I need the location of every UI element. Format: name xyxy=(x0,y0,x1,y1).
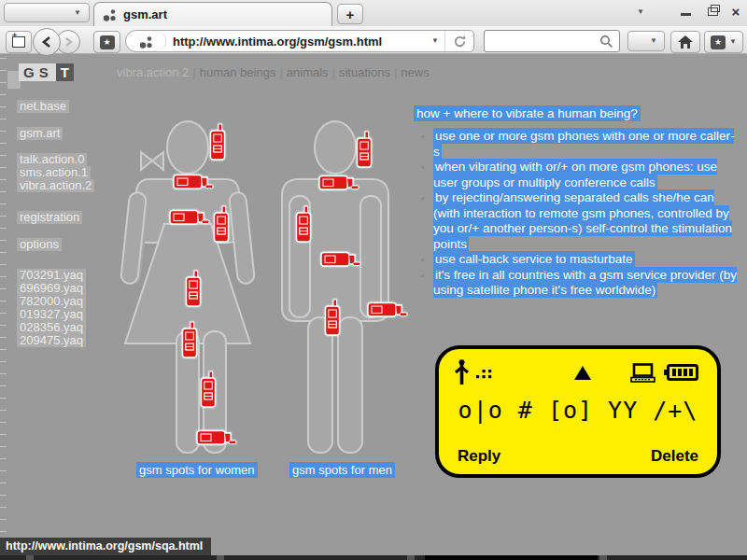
man-head xyxy=(315,121,356,174)
gsm-phone-marker[interactable] xyxy=(368,303,407,317)
gsm-phone-marker[interactable] xyxy=(174,175,213,189)
address-bar[interactable]: http://www.intima.org/gsm/gsm.html ▼ xyxy=(125,30,474,52)
woman-arm-left xyxy=(120,191,147,284)
site-favicon xyxy=(102,7,118,22)
chevron-down-icon: ▼ xyxy=(650,37,657,45)
battery-icon xyxy=(664,364,698,381)
computer-icon xyxy=(630,363,655,383)
gst-logo-left: GS xyxy=(19,63,56,81)
chevron-down-icon: ▼ xyxy=(729,38,737,46)
sidebar-item-talk-action-0[interactable]: talk.action.0 xyxy=(17,153,87,166)
phone-softkeys: Reply Delete xyxy=(458,447,698,466)
window-bottom-edge xyxy=(0,555,747,560)
nav-separator: | xyxy=(332,65,335,79)
star-icon: ★ xyxy=(100,35,115,49)
status-bar-link: http://www.intima.org/gsm/sqa.html xyxy=(0,538,211,555)
search-engine-dropdown[interactable]: ▼ xyxy=(627,31,665,51)
triangle-indicator-icon xyxy=(574,366,591,380)
tab-title: gsm.art xyxy=(123,7,167,21)
bookmark-button[interactable]: ★ xyxy=(93,31,120,53)
new-page-button[interactable] xyxy=(6,31,32,53)
delete-button[interactable]: Delete xyxy=(651,447,698,466)
sidebar-item-vibra-action-2[interactable]: vibra.action.2 xyxy=(17,179,94,192)
chevron-down-icon: ▼ xyxy=(74,9,81,17)
nav-separator: | xyxy=(192,65,195,79)
label-gsm-spots-men: gsm spots for men xyxy=(289,462,395,478)
page-title: how + where to vibrate a human being? xyxy=(414,105,641,121)
sidebar-item-gsm-art[interactable]: gsm.art xyxy=(17,127,63,140)
reload-button[interactable] xyxy=(445,35,473,49)
star-icon: ★ xyxy=(711,35,726,49)
gst-logo[interactable]: GST xyxy=(19,63,74,81)
nav-item-human-beings[interactable]: human beings xyxy=(200,65,276,79)
sidebar-item-options[interactable]: options xyxy=(17,238,62,251)
man-leg-left xyxy=(308,317,332,453)
phone-screen-panel: o|o # [o] YY /+\ Reply Delete xyxy=(435,345,721,478)
nav-item-news[interactable]: news xyxy=(401,65,429,79)
phone-status-row xyxy=(439,349,717,385)
sidebar-item-net-base[interactable]: net.base xyxy=(17,100,69,113)
nav-separator: | xyxy=(279,65,282,79)
man-arm-right xyxy=(360,196,381,317)
sidebar-file-item[interactable]: 696969.yaq xyxy=(17,282,86,295)
home-button[interactable] xyxy=(670,31,700,53)
minimize-button[interactable] xyxy=(674,5,697,18)
gsm-phone-marker[interactable] xyxy=(321,253,360,267)
nav-separator: | xyxy=(394,65,397,79)
tab-list-arrow-icon[interactable]: ▼ xyxy=(637,8,644,16)
hair-bow-left xyxy=(141,152,152,170)
web-page: GST net.base gsm.art talk.action.0 sms.a… xyxy=(0,54,747,555)
instructions-list: use one or more gsm phones with one or m… xyxy=(414,129,737,299)
restore-button[interactable] xyxy=(702,5,723,18)
minimize-icon xyxy=(681,13,691,16)
list-item: when vibrating with or/+ on more gsm pho… xyxy=(433,160,737,190)
forward-icon xyxy=(63,36,73,48)
gst-logo-right: T xyxy=(56,63,74,81)
back-button[interactable] xyxy=(33,28,61,56)
list-item: it's free in all countries with a gsm se… xyxy=(433,268,737,299)
sidebar-file-item[interactable]: 028356.yaq xyxy=(17,321,86,334)
home-icon xyxy=(678,35,693,49)
sidebar-file-item[interactable]: 782000.yaq xyxy=(17,295,86,308)
nav-item-situations[interactable]: situations xyxy=(339,65,390,79)
gsm-phone-marker[interactable] xyxy=(211,124,225,160)
gsm-phone-marker[interactable] xyxy=(170,211,209,225)
restore-icon xyxy=(708,7,718,16)
gsm-phone-marker[interactable] xyxy=(319,176,359,190)
label-gsm-spots-women: gsm spots for women xyxy=(136,462,258,478)
gsm-phone-marker[interactable] xyxy=(358,132,372,167)
sidebar-file-item[interactable]: 209475.yaq xyxy=(17,334,86,347)
close-button[interactable]: × xyxy=(726,5,745,18)
tab-gsm-art[interactable]: gsm.art xyxy=(93,2,332,26)
favicon-chip[interactable] xyxy=(126,31,166,51)
url-dropdown-arrow[interactable]: ▼ xyxy=(426,31,445,51)
woman-head xyxy=(167,121,208,174)
search-icon xyxy=(599,35,613,49)
list-item: use one or more gsm phones with one or m… xyxy=(433,129,737,160)
sidebar-file-item[interactable]: 019327.yaq xyxy=(17,308,86,321)
gsm-phone-marker[interactable] xyxy=(197,431,236,445)
signal-strength-icon xyxy=(476,367,492,379)
sidebar-item-registration[interactable]: registration xyxy=(17,211,82,224)
browser-menu-button[interactable]: ▼ xyxy=(4,3,90,22)
search-input[interactable] xyxy=(484,30,620,52)
window-plus-icon xyxy=(12,36,25,48)
new-tab-button[interactable]: + xyxy=(337,4,363,24)
sidebar-file-item[interactable]: 703291.yaq xyxy=(17,269,86,282)
url-text[interactable]: http://www.intima.org/gsm/gsm.html xyxy=(173,35,426,49)
hair-bow-right xyxy=(152,152,163,170)
reload-icon xyxy=(453,35,467,49)
reply-button[interactable]: Reply xyxy=(458,447,500,466)
man-leg-right xyxy=(338,317,362,453)
site-favicon xyxy=(138,34,154,49)
woman-arm-right xyxy=(229,191,255,284)
sidebar-item-sms-action-1[interactable]: sms.action.1 xyxy=(17,166,91,179)
sms-message-text: o|o # [o] YY /+\ xyxy=(439,397,717,424)
nav-item-active: vibra.action.2 xyxy=(117,65,189,79)
nav-item-animals[interactable]: animals xyxy=(287,65,329,79)
panels-button[interactable]: ★ ▼ xyxy=(704,31,743,53)
titlebar: ▼ gsm.art + ▼ × xyxy=(0,0,747,26)
list-item: use call-back service to masturbate xyxy=(433,252,737,268)
sidebar-ruler-ticks xyxy=(0,58,7,548)
gsm-spots-figures xyxy=(117,98,425,479)
